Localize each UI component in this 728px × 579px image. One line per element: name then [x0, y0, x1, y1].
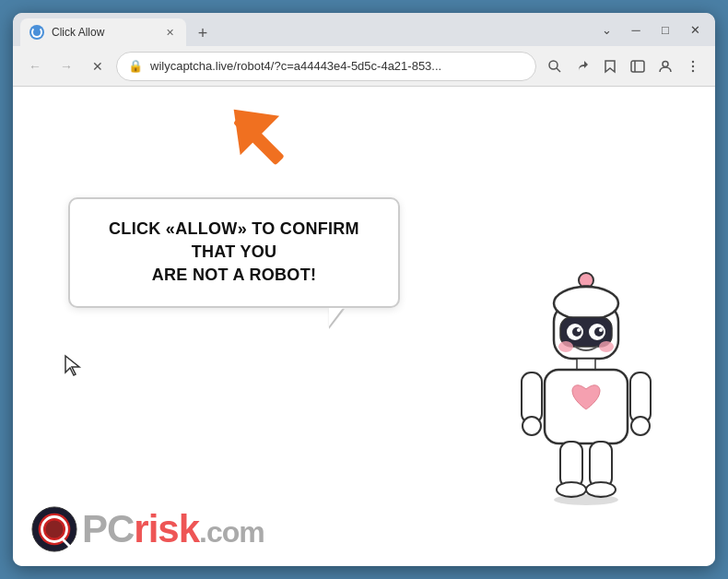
- svg-rect-33: [590, 442, 612, 488]
- url-text: wilycaptcha.live/robot4/?c=a44443e4-5d5c…: [150, 59, 524, 73]
- svg-point-7: [692, 65, 694, 66]
- pcrisk-domain-text: .com: [199, 515, 264, 549]
- minimize-button[interactable]: ─: [623, 17, 649, 42]
- active-tab[interactable]: Click Allow ✕: [20, 18, 186, 46]
- svg-rect-27: [522, 372, 542, 423]
- toolbar: ← → ✕ 🔒 wilycaptcha.live/robot4/?c=a4444…: [13, 46, 715, 87]
- reload-button[interactable]: ✕: [85, 53, 111, 79]
- tab-title: Click Allow: [52, 26, 104, 39]
- svg-point-38: [45, 520, 63, 538]
- svg-point-24: [599, 328, 603, 332]
- svg-marker-2: [605, 61, 615, 72]
- pcrisk-icon: [31, 506, 77, 552]
- svg-point-35: [554, 494, 618, 505]
- menu-icon: [686, 59, 700, 74]
- sidebar-icon: [630, 59, 645, 74]
- svg-rect-29: [630, 372, 651, 423]
- sidebar-icon-button[interactable]: [625, 53, 651, 79]
- lock-icon: 🔒: [128, 59, 143, 73]
- svg-point-8: [692, 69, 694, 71]
- bookmark-icon-button[interactable]: [597, 53, 623, 79]
- address-bar[interactable]: 🔒 wilycaptcha.live/robot4/?c=a44443e4-5d…: [116, 52, 536, 81]
- svg-point-18: [599, 341, 614, 352]
- svg-point-5: [663, 61, 668, 66]
- browser-window: Click Allow ✕ + ⌄ ─ □ ✕ ← → ✕ 🔒 wilycapt…: [13, 13, 715, 566]
- svg-point-6: [692, 60, 694, 62]
- maximize-button[interactable]: □: [652, 17, 678, 42]
- share-icon: [575, 59, 590, 74]
- profile-icon: [658, 59, 673, 74]
- toolbar-icons: [542, 53, 706, 79]
- search-icon: [547, 59, 562, 74]
- pcrisk-pc-text: PC: [82, 507, 134, 550]
- bubble-line1: CLICK «ALLOW» TO CONFIRM THAT YOU: [109, 219, 359, 261]
- orange-arrow: [216, 96, 317, 192]
- bookmark-icon: [603, 59, 617, 74]
- forward-button[interactable]: →: [53, 53, 79, 79]
- profile-icon-button[interactable]: [652, 53, 678, 79]
- content-area: CLICK «ALLOW» TO CONFIRM THAT YOU ARE NO…: [13, 87, 715, 566]
- svg-line-1: [557, 68, 560, 72]
- pcrisk-logo: PCrisk.com: [31, 506, 264, 552]
- title-bar: Click Allow ✕ + ⌄ ─ □ ✕: [13, 13, 715, 46]
- svg-rect-31: [560, 442, 582, 488]
- svg-point-17: [558, 341, 573, 352]
- svg-point-22: [594, 327, 604, 337]
- search-icon-button[interactable]: [542, 53, 568, 79]
- menu-icon-button[interactable]: [680, 53, 706, 79]
- window-controls: ⌄ ─ □ ✕: [593, 17, 708, 42]
- robot-illustration: [494, 271, 678, 529]
- svg-point-21: [572, 327, 581, 337]
- new-tab-button[interactable]: +: [190, 20, 216, 46]
- svg-point-30: [631, 417, 650, 435]
- speech-bubble: CLICK «ALLOW» TO CONFIRM THAT YOU ARE NO…: [68, 197, 400, 308]
- pcrisk-risk-text: risk: [134, 507, 199, 550]
- back-button[interactable]: ←: [22, 53, 48, 79]
- svg-point-28: [523, 417, 541, 435]
- svg-point-15: [554, 287, 618, 320]
- svg-marker-11: [65, 356, 79, 375]
- mouse-cursor: [64, 354, 82, 381]
- svg-rect-3: [631, 61, 644, 72]
- tab-favicon: [29, 25, 44, 40]
- chevron-down-button[interactable]: ⌄: [593, 17, 619, 42]
- svg-rect-25: [577, 359, 595, 370]
- share-icon-button[interactable]: [569, 53, 595, 79]
- robot-svg: [494, 271, 678, 529]
- tab-area: Click Allow ✕ +: [20, 13, 590, 46]
- pcrisk-wordmark: PCrisk.com: [82, 510, 264, 549]
- svg-point-0: [549, 61, 558, 69]
- bubble-text: CLICK «ALLOW» TO CONFIRM THAT YOU ARE NO…: [93, 218, 375, 288]
- bubble-line2: ARE NOT A ROBOT!: [152, 266, 316, 284]
- tab-close-button[interactable]: ✕: [162, 25, 177, 40]
- svg-point-23: [577, 328, 581, 332]
- close-button[interactable]: ✕: [682, 17, 708, 42]
